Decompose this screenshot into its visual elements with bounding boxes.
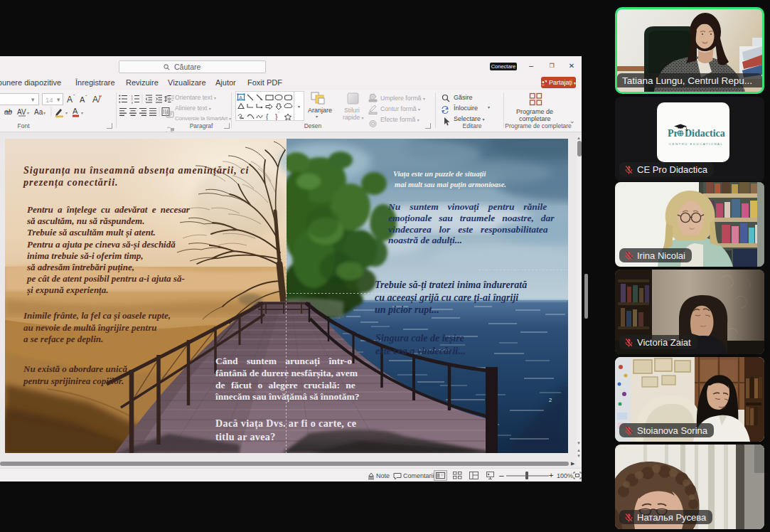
svg-text:A: A: [73, 107, 78, 115]
svg-text:ˇ: ˇ: [85, 95, 87, 100]
svg-text:Didactica: Didactica: [685, 128, 725, 139]
svg-text:A: A: [80, 95, 85, 104]
svg-text:A: A: [67, 95, 73, 105]
svg-text:▾: ▾: [65, 111, 68, 115]
svg-text:3: 3: [132, 101, 134, 105]
svg-text:2: 2: [549, 397, 552, 403]
svg-text:▾: ▾: [81, 111, 83, 115]
svg-text:▾: ▾: [27, 111, 29, 115]
svg-text:▾: ▾: [43, 111, 46, 115]
svg-text:A: A: [92, 95, 98, 105]
svg-text:ˆ: ˆ: [73, 94, 75, 99]
svg-text:Aa: Aa: [34, 108, 43, 116]
svg-text:Pr: Pr: [668, 128, 678, 139]
svg-text:}: }: [275, 113, 278, 120]
svg-text:A: A: [239, 95, 242, 100]
svg-text:CENTRU EDUCATIONAL: CENTRU EDUCATIONAL: [669, 142, 723, 146]
svg-text:AV: AV: [17, 108, 26, 116]
svg-text:{: {: [266, 113, 269, 120]
